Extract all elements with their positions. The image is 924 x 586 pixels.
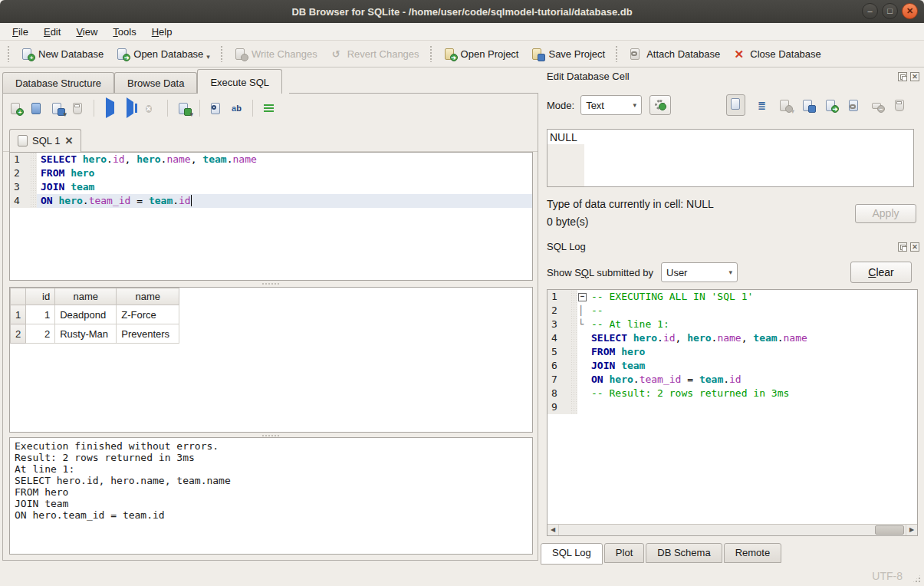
- code-line: 3└-- At line 1:: [547, 318, 917, 331]
- write-changes-button[interactable]: Write Changes: [228, 44, 324, 64]
- open-project-button[interactable]: ➔ Open Project: [437, 44, 525, 64]
- table-cell[interactable]: Deadpond: [55, 305, 117, 324]
- splitter-handle[interactable]: [3, 281, 538, 286]
- menu-file[interactable]: File: [5, 25, 36, 39]
- column-header[interactable]: id: [26, 288, 55, 305]
- print-cell-icon[interactable]: [893, 99, 906, 112]
- menu-view[interactable]: View: [68, 25, 105, 39]
- save-project-button[interactable]: Save Project: [524, 44, 611, 64]
- table-cell[interactable]: Preventers: [117, 324, 179, 344]
- fold-guide: [577, 345, 587, 359]
- code-line: 8-- Result: 2 rows returned in 3ms: [547, 387, 917, 400]
- open-sql-file-icon[interactable]: [30, 102, 43, 115]
- row-number[interactable]: 1: [11, 305, 26, 324]
- sql-log-view[interactable]: 1-- EXECUTING ALL IN 'SQL 1'2│--3└-- At …: [547, 290, 917, 524]
- cell-value-editor[interactable]: NULL: [547, 129, 914, 187]
- close-window-button[interactable]: ✕: [902, 3, 918, 19]
- menu-edit[interactable]: Edit: [36, 25, 68, 39]
- import-cell-data-icon[interactable]: [801, 99, 814, 112]
- grid-corner[interactable]: [11, 288, 26, 305]
- open-database-button[interactable]: ➔ Open Database ▾: [110, 44, 216, 64]
- column-header[interactable]: name: [55, 288, 117, 305]
- open-external-icon[interactable]: [847, 99, 860, 112]
- menu-tools[interactable]: Tools: [105, 25, 143, 39]
- execution-output[interactable]: Execution finished without errors. Resul…: [9, 437, 533, 555]
- sql-log-title: SQL Log: [547, 241, 586, 252]
- close-panel-icon[interactable]: ✕: [910, 242, 919, 252]
- export-cell-data-icon[interactable]: ➔: [824, 99, 837, 112]
- menu-help[interactable]: Help: [144, 25, 180, 39]
- table-row: 11DeadpondZ-Force: [11, 305, 179, 324]
- replace-text-icon[interactable]: ab: [230, 102, 243, 115]
- menubar: File Edit View Tools Help: [0, 23, 924, 41]
- dock-tab-remote[interactable]: Remote: [724, 543, 782, 563]
- sql-source-select[interactable]: User▾: [661, 262, 738, 282]
- fold-guide: [577, 387, 587, 400]
- window-controls: – □ ✕: [862, 3, 918, 19]
- close-panel-icon[interactable]: ✕: [910, 72, 919, 81]
- results-grid: idnamename11DeadpondZ-Force22Rusty-ManPr…: [9, 287, 533, 433]
- text-document-icon: [729, 97, 742, 110]
- execute-current-line-icon[interactable]: [124, 102, 137, 115]
- print-icon[interactable]: [71, 102, 84, 115]
- main-toolbar: + New Database ➔ Open Database ▾ Write C…: [0, 41, 924, 67]
- tab-browse-data[interactable]: Browse Data: [114, 72, 197, 94]
- edit-cell-toolbar: Mode: Text▾ ≣ ▾ ➔ −: [547, 94, 919, 117]
- text-mode-toggle[interactable]: [726, 94, 745, 116]
- encoding-indicator[interactable]: UTF-8: [872, 570, 903, 582]
- save-results-icon[interactable]: ▾: [177, 102, 190, 115]
- scrollbar-thumb[interactable]: [875, 525, 904, 535]
- toolbar-separator: [615, 45, 619, 62]
- attach-database-button[interactable]: Attach Database: [623, 44, 726, 64]
- auto-apply-button[interactable]: [649, 95, 671, 115]
- fold-guide: [577, 373, 587, 387]
- row-number[interactable]: 2: [11, 324, 26, 344]
- float-panel-icon[interactable]: [898, 72, 907, 81]
- new-sql-tab-icon[interactable]: +: [9, 102, 22, 115]
- table-cell[interactable]: Z-Force: [117, 305, 179, 324]
- minimize-button[interactable]: –: [862, 3, 878, 19]
- window-title: DB Browser for SQLite - /home/user/code/…: [291, 6, 632, 18]
- set-null-icon[interactable]: −: [870, 99, 883, 112]
- word-wrap-icon[interactable]: ≣: [755, 99, 768, 112]
- new-database-button[interactable]: + New Database: [15, 44, 110, 64]
- dock-tab-plot[interactable]: Plot: [604, 543, 644, 563]
- cell-value: NULL: [550, 131, 577, 143]
- toolbar-drag-handle[interactable]: [7, 45, 11, 62]
- tab-database-structure[interactable]: Database Structure: [2, 72, 114, 94]
- code-line: 4ON hero.team_id = team.id: [10, 194, 532, 208]
- open-database-dropdown-icon[interactable]: ▾: [206, 53, 210, 61]
- close-sql-tab-icon[interactable]: ✕: [64, 135, 73, 146]
- cell-type-info: Type of data currently in cell: NULL: [547, 198, 714, 210]
- sql-editor[interactable]: 1SELECT hero.id, hero.name, team.name2FR…: [9, 152, 533, 281]
- scroll-left-icon[interactable]: ◀: [547, 525, 559, 535]
- table-cell[interactable]: 2: [26, 324, 55, 344]
- fold-collapse-icon[interactable]: [577, 290, 587, 304]
- revert-changes-button[interactable]: ↺ Revert Changes: [324, 44, 426, 64]
- save-sql-file-icon[interactable]: ▾: [51, 102, 64, 115]
- stop-icon[interactable]: ✕: [145, 102, 158, 115]
- maximize-button[interactable]: □: [882, 3, 898, 19]
- horizontal-scrollbar[interactable]: ◀ ▶: [547, 524, 917, 535]
- clear-log-button[interactable]: Clear: [850, 262, 912, 283]
- dock-tab-sql-log[interactable]: SQL Log: [541, 543, 603, 565]
- code-line: 3JOIN team: [10, 180, 532, 194]
- resize-grip[interactable]: [912, 574, 922, 584]
- execute-all-icon[interactable]: [104, 102, 117, 115]
- sql-document-tab[interactable]: SQL 1 ✕: [9, 129, 81, 152]
- dock-tab-db-schema[interactable]: DB Schema: [646, 543, 722, 563]
- column-header[interactable]: name: [117, 288, 179, 305]
- close-database-icon: ✕: [732, 48, 745, 61]
- apply-button[interactable]: Apply: [855, 204, 916, 223]
- mode-select[interactable]: Text▾: [580, 95, 642, 115]
- close-database-button[interactable]: ✕ Close Database: [726, 44, 827, 64]
- tab-execute-sql[interactable]: Execute SQL: [197, 69, 282, 94]
- table-cell[interactable]: 1: [26, 305, 55, 324]
- find-icon[interactable]: [209, 102, 222, 115]
- code-line: 5FROM hero: [547, 345, 917, 359]
- table-cell[interactable]: Rusty-Man: [55, 324, 117, 344]
- save-cell-icon[interactable]: ▾: [778, 99, 791, 112]
- float-panel-icon[interactable]: [898, 242, 907, 252]
- scroll-right-icon[interactable]: ▶: [906, 525, 917, 535]
- format-sql-icon[interactable]: [262, 102, 275, 115]
